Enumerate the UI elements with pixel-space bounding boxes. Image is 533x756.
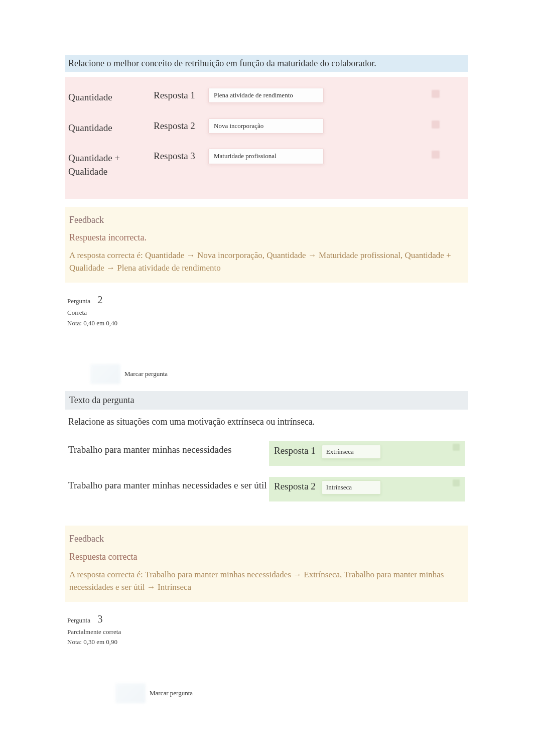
question-grade: Nota: 0,40 em 0,40	[67, 319, 466, 328]
feedback-correct-answer: A resposta correcta é: Quantidade → Nova…	[69, 249, 464, 275]
question-instruction: Relacione o melhor conceito de retribuiç…	[65, 55, 468, 72]
cross-icon	[432, 151, 440, 159]
flag-label: Marcar pergunta	[150, 689, 193, 698]
flag-icon	[90, 364, 120, 384]
match-response-label: Resposta 1	[274, 444, 316, 458]
match-row: Trabalho para manter minhas necessidades…	[68, 441, 465, 466]
match-row: Trabalho para manter minhas necessidades…	[68, 477, 465, 501]
question-instruction: Relacione as situações com uma motivação…	[65, 410, 468, 432]
match-response-label: Resposta 3	[154, 149, 206, 163]
match-response-label: Resposta 2	[274, 480, 316, 493]
question-grade: Nota: 0,30 em 0,90	[67, 638, 466, 647]
pergunta-label: Pergunta	[67, 297, 90, 306]
match-row: Quantidade Resposta 1 Plena atividade de…	[68, 88, 465, 104]
check-icon	[453, 479, 460, 486]
match-response-label: Resposta 1	[154, 88, 206, 102]
check-icon	[453, 444, 460, 451]
match-row: Quantidade + Qualidade Resposta 3 Maturi…	[68, 149, 465, 178]
match-select[interactable]: Intrínseca	[322, 480, 381, 494]
feedback-heading: Feedback	[69, 214, 464, 226]
question-status: Correta	[67, 308, 466, 317]
question-number: 3	[97, 612, 103, 626]
match-prompt: Quantidade	[68, 88, 154, 104]
cross-icon	[432, 120, 440, 129]
matching-block-incorrect: Quantidade Resposta 1 Plena atividade de…	[65, 77, 468, 198]
question-number: 2	[97, 293, 103, 307]
flag-label: Marcar pergunta	[124, 369, 168, 379]
flag-icon	[115, 683, 146, 703]
cross-icon	[432, 90, 440, 98]
match-response-label: Resposta 2	[154, 118, 206, 133]
match-select[interactable]: Extrínseca	[322, 445, 381, 459]
match-prompt: Quantidade	[68, 118, 154, 135]
feedback-block: Feedback Respuesta correcta A resposta c…	[65, 526, 468, 601]
flag-question-link[interactable]: Marcar pergunta	[90, 364, 468, 384]
feedback-heading: Feedback	[69, 533, 464, 545]
feedback-status: Respuesta correcta	[69, 551, 464, 563]
match-prompt: Quantidade + Qualidade	[68, 149, 154, 178]
question-text-heading: Texto da pergunta	[65, 391, 468, 410]
question-status: Parcialmente correta	[67, 627, 466, 637]
match-select[interactable]: Plena atividade de rendimento	[208, 88, 324, 103]
question-meta: Pergunta 2 Correta Nota: 0,40 em 0,40	[65, 292, 468, 329]
question-meta: Pergunta 3 Parcialmente correta Nota: 0,…	[65, 611, 468, 648]
flag-question-link[interactable]: Marcar pergunta	[115, 683, 468, 703]
match-prompt: Trabalho para manter minhas necessidades	[68, 441, 269, 457]
match-select[interactable]: Nova incorporação	[208, 118, 324, 134]
match-row: Quantidade Resposta 2 Nova incorporação	[68, 118, 465, 135]
matching-block-correct: Trabalho para manter minhas necessidades…	[65, 432, 468, 518]
match-prompt: Trabalho para manter minhas necessidades…	[68, 477, 269, 492]
feedback-block: Feedback Respuesta incorrecta. A respost…	[65, 207, 468, 283]
match-select[interactable]: Maturidade profissional	[208, 149, 324, 164]
feedback-correct-answer: A resposta correcta é: Trabalho para man…	[69, 568, 464, 594]
pergunta-label: Pergunta	[67, 616, 90, 625]
feedback-status: Respuesta incorrecta.	[69, 231, 464, 244]
